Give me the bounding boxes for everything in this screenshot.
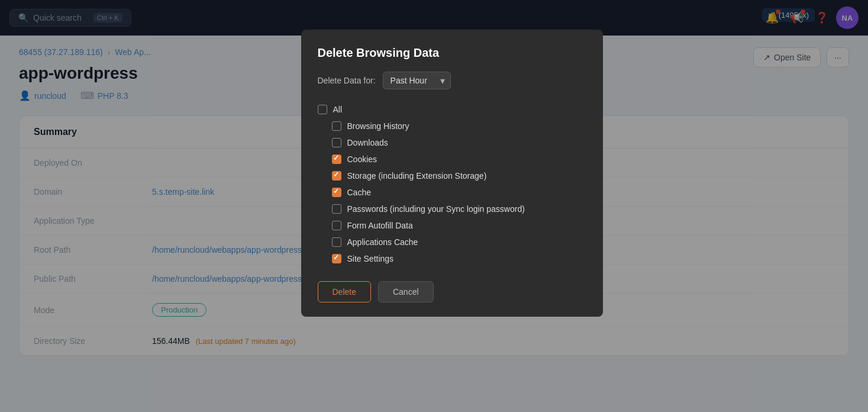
downloads-checkbox[interactable] — [332, 138, 341, 147]
time-range-label: Delete Data for: — [318, 76, 376, 85]
checkbox-list: All Browsing History Downloads Cookies S… — [318, 101, 586, 267]
checkbox-form-autofill: Form Autofill Data — [318, 217, 586, 234]
time-select-wrapper[interactable]: Past Hour Past Day Past Week Past Month … — [383, 72, 451, 89]
cache-checkbox[interactable] — [332, 188, 341, 197]
applications-cache-label: Applications Cache — [347, 237, 418, 247]
checkbox-storage: Storage (including Extension Storage) — [318, 168, 586, 184]
passwords-label: Passwords (including your Sync login pas… — [347, 204, 525, 214]
checkbox-cookies: Cookies — [318, 151, 586, 168]
checkbox-applications-cache: Applications Cache — [318, 234, 586, 250]
checkbox-passwords: Passwords (including your Sync login pas… — [318, 201, 586, 217]
delete-browsing-data-dialog: Delete Browsing Data Delete Data for: Pa… — [301, 30, 603, 317]
all-label: All — [333, 105, 343, 114]
cancel-button[interactable]: Cancel — [378, 281, 434, 302]
dialog-actions: Delete Cancel — [318, 281, 586, 302]
form-autofill-checkbox[interactable] — [332, 221, 341, 230]
cookies-label: Cookies — [347, 154, 377, 164]
dialog-title: Delete Browsing Data — [318, 46, 586, 60]
site-settings-checkbox[interactable] — [332, 254, 341, 263]
cache-label: Cache — [347, 188, 371, 197]
delete-button[interactable]: Delete — [318, 281, 371, 302]
applications-cache-checkbox[interactable] — [332, 237, 341, 247]
form-autofill-label: Form Autofill Data — [347, 221, 413, 230]
all-checkbox[interactable] — [318, 105, 327, 114]
dialog-overlay: Delete Browsing Data Delete Data for: Pa… — [0, 0, 868, 412]
browsing-history-label: Browsing History — [347, 121, 409, 131]
downloads-label: Downloads — [347, 138, 388, 147]
time-range-row: Delete Data for: Past Hour Past Day Past… — [318, 72, 586, 89]
time-select[interactable]: Past Hour Past Day Past Week Past Month … — [383, 72, 451, 89]
browsing-history-checkbox[interactable] — [332, 121, 341, 131]
checkbox-browsing-history: Browsing History — [318, 118, 586, 134]
passwords-checkbox[interactable] — [332, 204, 341, 214]
checkbox-downloads: Downloads — [318, 134, 586, 151]
checkbox-all: All — [318, 101, 586, 118]
storage-checkbox[interactable] — [332, 171, 341, 181]
storage-label: Storage (including Extension Storage) — [347, 171, 487, 181]
checkbox-cache: Cache — [318, 184, 586, 201]
cookies-checkbox[interactable] — [332, 154, 341, 164]
checkbox-site-settings: Site Settings — [318, 250, 586, 267]
site-settings-label: Site Settings — [347, 254, 394, 263]
